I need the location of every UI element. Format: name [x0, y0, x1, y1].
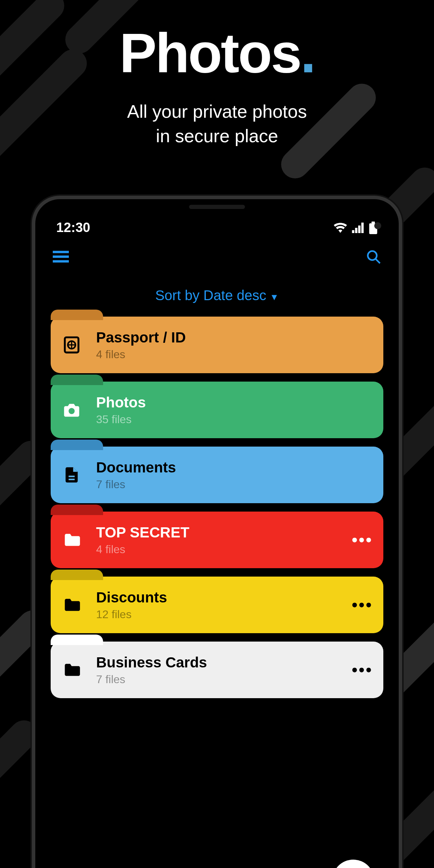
svg-rect-4	[371, 222, 375, 223]
hero-subtitle: All your private photos in secure place	[0, 99, 434, 148]
folder-icon	[61, 529, 82, 550]
hero-dot: .	[301, 22, 314, 84]
phone-frame: 12:30 Sort by Date desc▼ .folder:n	[32, 196, 402, 868]
more-icon[interactable]: •••	[352, 595, 373, 614]
folder-count: 35 files	[96, 413, 146, 426]
folder-item[interactable]: .folder:nth-child(5)::before{background:…	[51, 577, 383, 633]
phone-screen: 12:30 Sort by Date desc▼ .folder:n	[42, 213, 392, 868]
svg-point-15	[68, 408, 74, 414]
folder-item[interactable]: .folder:nth-child(3)::before{background:…	[51, 447, 383, 503]
folder-title: Discounts	[96, 589, 167, 606]
hero-title: Photos.	[0, 0, 434, 85]
folder-item[interactable]: .folder:nth-child(1)::before{background:…	[51, 317, 383, 373]
passport-icon	[61, 334, 82, 355]
status-time: 12:30	[56, 220, 90, 235]
folder-title: TOP SECRET	[96, 524, 189, 541]
folder-count: 4 files	[96, 348, 186, 361]
folder-item[interactable]: .folder:nth-child(2)::before{background:…	[51, 382, 383, 438]
search-icon[interactable]	[366, 249, 381, 266]
folder-title: Passport / ID	[96, 329, 186, 346]
svg-point-9	[368, 251, 377, 260]
svg-rect-16	[68, 476, 74, 477]
svg-line-10	[376, 259, 380, 263]
menu-icon[interactable]	[53, 251, 69, 265]
camera-icon	[61, 399, 82, 420]
svg-rect-6	[53, 251, 69, 253]
folder-title: Documents	[96, 459, 176, 476]
svg-rect-7	[53, 255, 69, 258]
svg-rect-5	[369, 223, 377, 234]
svg-rect-8	[53, 260, 69, 263]
chevron-down-icon: ▼	[270, 292, 279, 302]
folder-count: 4 files	[96, 543, 189, 556]
svg-rect-3	[361, 223, 364, 233]
folder-title: Photos	[96, 394, 146, 411]
folder-count: 12 files	[96, 608, 167, 621]
document-icon	[61, 464, 82, 485]
more-icon[interactable]: •••	[352, 530, 373, 549]
add-button[interactable]: +	[332, 860, 374, 868]
folder-icon	[61, 659, 82, 680]
folder-count: 7 files	[96, 673, 207, 686]
wifi-icon	[334, 223, 347, 233]
folder-item[interactable]: .folder:nth-child(6)::before{background:…	[51, 642, 383, 698]
more-icon[interactable]: •••	[352, 660, 373, 679]
folder-icon	[61, 594, 82, 615]
svg-rect-17	[68, 479, 74, 480]
folder-count: 7 files	[96, 478, 176, 491]
battery-icon	[369, 222, 378, 234]
folder-item[interactable]: .folder:nth-child(4)::before{background:…	[51, 512, 383, 568]
folder-title: Business Cards	[96, 654, 207, 671]
svg-rect-1	[355, 228, 357, 233]
svg-rect-2	[358, 225, 361, 233]
signal-icon	[352, 223, 364, 233]
svg-rect-0	[352, 230, 354, 233]
status-bar: 12:30	[42, 213, 392, 239]
